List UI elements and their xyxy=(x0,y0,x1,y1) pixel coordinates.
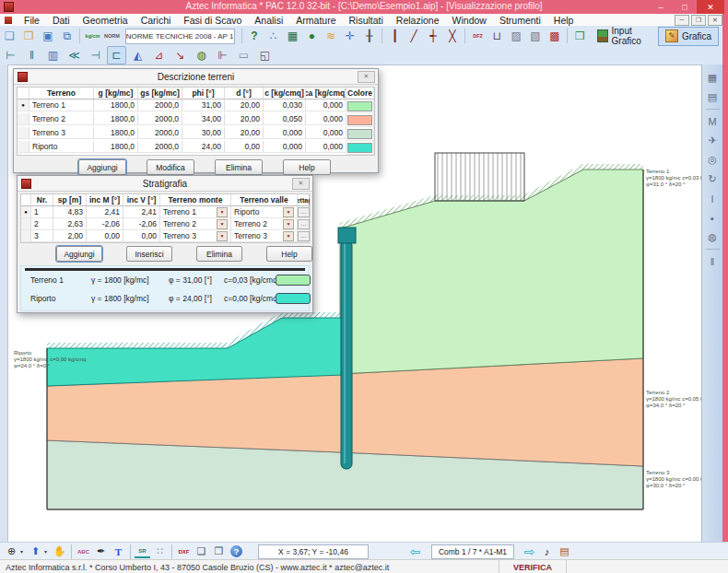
menu-strumenti[interactable]: Strumenti xyxy=(493,15,547,26)
dots-tool-icon[interactable]: ∷ xyxy=(152,544,168,559)
phase-icon[interactable]: ♪ xyxy=(539,544,555,559)
mdi-close-button[interactable]: ✕ xyxy=(708,15,722,26)
zoom-dropdown-icon[interactable]: ▾ xyxy=(20,548,27,555)
hand-icon[interactable]: ✋ xyxy=(52,544,67,559)
vegetation-icon[interactable]: ● xyxy=(303,27,321,45)
terreno-monte-select[interactable]: Terreno 2▼ xyxy=(160,218,231,230)
dark-box-icon[interactable]: ▪ xyxy=(705,210,721,226)
text-cursor-icon[interactable]: I xyxy=(705,191,721,206)
columns-icon[interactable]: ‖ xyxy=(705,253,721,269)
print-area-icon[interactable]: ▤ xyxy=(705,89,721,105)
grafica-button[interactable]: ✎ Grafica xyxy=(658,27,719,46)
double-pile-icon[interactable]: ‖ xyxy=(22,46,41,64)
terreno-valle-select[interactable]: Terreno 3▼ xyxy=(231,230,298,242)
soil-name[interactable]: Terreno 2 xyxy=(29,113,94,125)
anchor-wall-icon[interactable]: ⊣ xyxy=(86,46,105,64)
close-button[interactable]: ✕ xyxy=(697,0,724,14)
pile-vertical-icon[interactable]: ┃ xyxy=(386,27,404,45)
soil-name[interactable]: Riporto xyxy=(29,141,94,153)
section-icon[interactable]: ⊔ xyxy=(488,27,506,45)
terreno-valle-select[interactable]: Riporto▼ xyxy=(231,206,298,218)
row-selector[interactable]: ● xyxy=(18,99,29,111)
terreno-valle-select[interactable]: Terreno 2▼ xyxy=(231,218,298,230)
target-icon[interactable]: ◎ xyxy=(705,152,721,168)
normative-icon[interactable]: NORM xyxy=(103,27,121,45)
elimina-button[interactable]: Elimina xyxy=(215,159,263,175)
sheet-pile-icon[interactable]: ▥ xyxy=(43,46,63,64)
rotate-icon[interactable]: ↻ xyxy=(705,171,721,187)
next-combination-icon[interactable]: ⇨ xyxy=(522,544,537,559)
text-tool-icon[interactable]: T xyxy=(111,544,126,559)
row-selector[interactable]: ● xyxy=(21,206,31,218)
dxf-export-icon[interactable]: DXF xyxy=(176,544,192,559)
load-dfz-icon[interactable]: DFZ xyxy=(469,27,487,45)
input-grafico-button[interactable]: Input Grafico xyxy=(590,27,658,46)
pressure-diagram-icon[interactable]: ⊿ xyxy=(149,46,169,64)
pile-battered-icon[interactable]: ╳ xyxy=(443,27,461,45)
menu-help[interactable]: Help xyxy=(547,15,581,26)
pile-raked-icon[interactable]: ┽ xyxy=(425,27,442,45)
frame-icon[interactable]: ▭ xyxy=(234,46,253,64)
pointer-icon[interactable]: ✒ xyxy=(93,544,109,559)
pan-dropdown-icon[interactable]: ▾ xyxy=(44,548,51,555)
open-file-icon[interactable]: ❐ xyxy=(20,27,38,45)
node-editor-icon[interactable]: ∴ xyxy=(264,27,282,45)
soil-name[interactable]: Terreno 1 xyxy=(29,99,94,111)
menu-analisi[interactable]: Analisi xyxy=(248,15,289,26)
save-icon[interactable]: ▣ xyxy=(40,27,57,45)
zoom-icon[interactable]: ⊕ xyxy=(4,544,19,559)
globe-icon[interactable]: ◍ xyxy=(705,229,721,245)
inserisci-button[interactable]: Inserisci xyxy=(126,246,172,262)
menu-file[interactable]: File xyxy=(18,15,46,26)
doc-clock-icon[interactable]: ❏ xyxy=(194,544,209,559)
abc-redraw-icon[interactable]: ABC xyxy=(76,544,91,559)
dialog-close-icon[interactable]: ✕ xyxy=(358,71,375,83)
maximize-button[interactable]: □ xyxy=(673,0,697,14)
export-report-icon[interactable]: ❒ xyxy=(571,27,589,45)
menu-dati[interactable]: Dati xyxy=(46,15,76,26)
pile-data-icon[interactable]: ╂ xyxy=(360,27,378,45)
aggiungi-button[interactable]: Aggiungi xyxy=(56,246,102,262)
calc-icon[interactable]: ▤ xyxy=(557,544,572,559)
prev-combination-icon[interactable]: ⇦ xyxy=(407,544,423,559)
modifica-button[interactable]: Modifica xyxy=(147,159,194,175)
menu-carichi[interactable]: Carichi xyxy=(135,15,178,26)
elimina-button[interactable]: Elimina xyxy=(196,246,242,262)
descrizione-terreni-titlebar[interactable]: Descrizione terreni ✕ xyxy=(14,69,378,85)
wall-mesh-icon[interactable]: ▦ xyxy=(284,27,301,45)
profile-view-icon[interactable]: ⊏ xyxy=(107,46,126,64)
units-icon[interactable]: kg/cm xyxy=(84,27,101,45)
monitor-icon[interactable]: ◱ xyxy=(255,46,275,64)
retaining-wall-icon[interactable]: ⊢ xyxy=(1,46,20,64)
mdi-restore-button[interactable]: ❐ xyxy=(691,15,706,26)
menu-risultati[interactable]: Risultati xyxy=(342,15,389,26)
wall-question-icon[interactable]: ? xyxy=(245,27,263,45)
sr-tool-icon[interactable]: SR xyxy=(135,545,150,558)
menu-window[interactable]: Window xyxy=(446,15,493,26)
grid-icon[interactable]: ▦ xyxy=(705,70,721,86)
plane-icon[interactable]: ✈ xyxy=(705,133,721,148)
aggiungi-button[interactable]: Aggiungi xyxy=(78,159,126,175)
material-icon[interactable]: M xyxy=(705,113,721,129)
minimize-button[interactable]: – xyxy=(649,0,673,14)
move-origin-icon[interactable]: ✛ xyxy=(341,27,358,45)
hatch-area2-icon[interactable]: ▧ xyxy=(527,27,545,45)
menu-fasi-di-scavo[interactable]: Fasi di Scavo xyxy=(177,15,248,26)
stratigrafia-titlebar[interactable]: Stratigrafia ✕ xyxy=(18,176,312,192)
dialog-close-icon[interactable]: ✕ xyxy=(292,178,310,190)
doc-preview-icon[interactable]: ❐ xyxy=(211,544,227,559)
terreno-monte-select[interactable]: Terreno 3▼ xyxy=(160,230,231,242)
pan-up-icon[interactable]: ⬆ xyxy=(28,544,43,559)
hatch-area-icon[interactable]: ▨ xyxy=(508,27,525,45)
mesh-globe-icon[interactable]: ◍ xyxy=(192,46,211,64)
pile-inclined-icon[interactable]: ╱ xyxy=(405,27,423,45)
help-button[interactable]: Help xyxy=(266,246,312,262)
menu-geometria[interactable]: Geometria xyxy=(76,15,135,26)
normative-combo[interactable]: NORME TECNICHE 2008 - AP 1 xyxy=(125,29,235,44)
displacement-icon[interactable]: ↘ xyxy=(170,46,190,64)
help-icon[interactable]: ? xyxy=(230,545,242,557)
slope-section-icon[interactable]: ◭ xyxy=(128,46,147,64)
terreno-monte-select[interactable]: Terreno 1▼ xyxy=(160,206,231,218)
soil-name[interactable]: Terreno 3 xyxy=(29,127,94,139)
pile-moment-icon[interactable]: ⊩ xyxy=(213,46,232,64)
